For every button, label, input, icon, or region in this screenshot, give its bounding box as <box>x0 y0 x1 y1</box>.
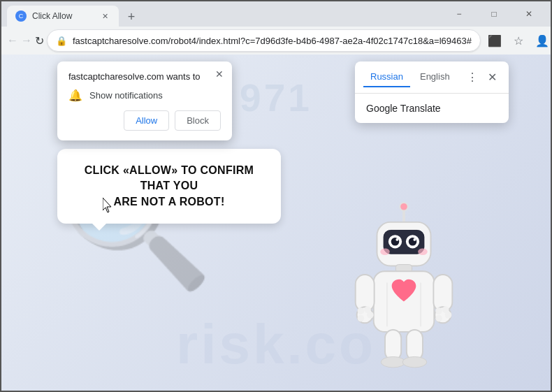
svg-point-25 <box>435 315 442 322</box>
notification-popup: ✕ fastcaptcharesolve.com wants to 🔔 Show… <box>57 61 232 140</box>
bell-icon: 🔔 <box>68 89 82 102</box>
translate-tab-russian[interactable]: Russian <box>363 67 410 87</box>
extension-button[interactable]: ⬛ <box>484 29 506 52</box>
svg-rect-20 <box>433 275 452 312</box>
message-bubble: CLICK «ALLOW» TO CONFIRM THAT YOU ARE NO… <box>57 149 281 224</box>
message-text: CLICK «ALLOW» TO CONFIRM THAT YOU ARE NO… <box>77 163 261 210</box>
tab-title: Click Allow <box>32 11 94 21</box>
translate-service-label: Google Translate <box>366 103 441 114</box>
bookmark-button[interactable]: ☆ <box>507 29 530 52</box>
svg-point-28 <box>381 356 405 367</box>
svg-rect-26 <box>385 330 401 360</box>
back-button[interactable]: ← <box>7 29 18 52</box>
maximize-button[interactable]: □ <box>478 3 510 24</box>
svg-point-18 <box>367 312 374 319</box>
svg-point-9 <box>413 238 416 241</box>
active-tab[interactable]: C Click Allow ✕ <box>7 6 119 27</box>
forward-button[interactable]: → <box>21 29 32 52</box>
tab-close-button[interactable]: ✕ <box>99 10 110 22</box>
lock-icon: 🔒 <box>56 36 67 46</box>
title-bar: C Click Allow ✕ + − □ ✕ <box>1 1 551 27</box>
nav-right-icons: ⬛ ☆ 👤 ⋮ <box>484 29 552 52</box>
svg-point-10 <box>380 248 389 255</box>
watermark-top: 971 <box>240 75 312 120</box>
new-tab-button[interactable]: + <box>122 7 141 27</box>
popup-title: fastcaptcharesolve.com wants to <box>68 71 221 82</box>
translate-close-button[interactable]: ✕ <box>484 69 500 86</box>
address-bar[interactable]: 🔒 fastcaptcharesolve.com/robot4/index.ht… <box>47 29 481 52</box>
minimize-button[interactable]: − <box>443 3 475 24</box>
svg-point-22 <box>435 307 442 314</box>
svg-rect-27 <box>407 330 423 360</box>
popup-close-button[interactable]: ✕ <box>212 67 226 81</box>
block-button[interactable]: Block <box>175 110 221 131</box>
translate-header: Russian English ⋮ ✕ <box>355 61 509 94</box>
popup-actions: Allow Block <box>68 110 221 131</box>
svg-point-16 <box>358 307 365 314</box>
tab-favicon: C <box>15 10 27 22</box>
window-controls: − □ ✕ <box>443 3 545 24</box>
browser-window: C Click Allow ✕ + − □ ✕ ← → ↻ 🔒 fastcapt… <box>0 0 552 392</box>
svg-point-24 <box>445 312 452 319</box>
nav-bar: ← → ↻ 🔒 fastcaptcharesolve.com/robot4/in… <box>1 27 551 55</box>
allow-button[interactable]: Allow <box>124 110 169 131</box>
refresh-button[interactable]: ↻ <box>35 29 44 52</box>
translate-body: Google Translate <box>355 94 509 123</box>
svg-point-1 <box>400 203 408 211</box>
close-window-button[interactable]: ✕ <box>513 3 545 24</box>
svg-point-29 <box>402 356 427 367</box>
svg-point-8 <box>395 238 398 241</box>
svg-rect-14 <box>356 275 375 312</box>
url-text: fastcaptcharesolve.com/robot4/index.html… <box>73 36 472 46</box>
popup-item-label: Show notifications <box>89 90 163 101</box>
translate-popup: Russian English ⋮ ✕ Google Translate <box>355 61 509 123</box>
page-content: 🔍 risk.co 971 ✕ fastcaptcharesolve.com w… <box>1 55 551 391</box>
profile-button[interactable]: 👤 <box>531 29 552 52</box>
tab-bar: C Click Allow ✕ + <box>7 1 439 27</box>
translate-tab-english[interactable]: English <box>413 67 457 87</box>
translate-menu-button[interactable]: ⋮ <box>464 69 481 86</box>
popup-notification-item: 🔔 Show notifications <box>68 89 221 102</box>
svg-point-19 <box>358 315 365 322</box>
robot-character <box>327 202 481 384</box>
svg-point-11 <box>418 248 427 255</box>
